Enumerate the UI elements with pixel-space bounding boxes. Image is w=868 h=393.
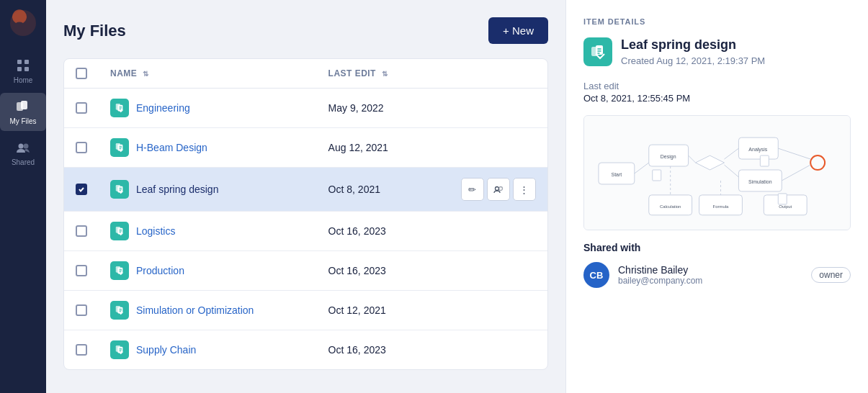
file-name: Leaf spring design — [136, 184, 218, 195]
item-created: Created Aug 12, 2021, 2:19:37 PM — [621, 55, 765, 66]
table-row[interactable]: Production Oct 16, 2023 — [64, 251, 547, 291]
item-icon-large — [583, 37, 612, 66]
new-button[interactable]: + New — [488, 17, 548, 44]
item-details-label: ITEM DETAILS — [583, 17, 851, 26]
svg-rect-53 — [760, 155, 769, 166]
file-name: Simulation or Optimization — [136, 304, 254, 316]
more-button[interactable]: ⋮ — [513, 178, 536, 201]
edit-button[interactable]: ✏ — [461, 178, 484, 201]
row-checkbox-cell — [64, 128, 99, 168]
diagram-preview: Start Design Analysis Simulation Calcula… — [583, 115, 851, 230]
select-all-checkbox[interactable] — [76, 68, 87, 79]
table-row[interactable]: Leaf spring design Oct 8, 2021 ✏ ⋮ — [64, 168, 547, 212]
row-checkbox-cell — [64, 168, 99, 212]
svg-rect-3 — [17, 67, 22, 71]
sidebar: Home My Files Shared — [0, 0, 46, 393]
last-edit-label: Last edit — [583, 81, 851, 91]
svg-rect-2 — [24, 60, 29, 64]
sidebar-item-shared[interactable]: Shared — [0, 134, 46, 172]
row-name-cell: Leaf spring design — [99, 168, 317, 212]
file-table: NAME ⇅ LAST EDIT ⇅ — [64, 59, 547, 369]
file-name: Production — [136, 265, 184, 276]
row-actions — [449, 330, 547, 370]
svg-rect-52 — [653, 170, 661, 181]
row-checkbox-cell — [64, 291, 99, 330]
main-content: My Files + New NAME ⇅ LAST EDIT ⇅ — [46, 0, 565, 393]
file-name: H-Beam Design — [136, 142, 207, 153]
file-table-container: NAME ⇅ LAST EDIT ⇅ — [63, 58, 548, 370]
file-icon — [110, 340, 129, 359]
row-actions — [449, 212, 547, 251]
select-all-header — [64, 59, 99, 89]
row-actions — [449, 89, 547, 128]
row-edit-date: May 9, 2022 — [317, 89, 449, 128]
row-checkbox[interactable] — [76, 102, 87, 114]
row-name-cell: Simulation or Optimization — [99, 291, 317, 330]
details-panel: ITEM DETAILS Leaf spring design Created … — [565, 0, 868, 393]
row-actions — [449, 251, 547, 291]
app-logo — [9, 9, 37, 37]
row-checkbox[interactable] — [76, 225, 87, 237]
svg-point-7 — [19, 144, 24, 149]
share-button[interactable] — [487, 178, 510, 201]
sidebar-item-home[interactable]: Home — [0, 52, 46, 90]
file-name: Logistics — [136, 225, 175, 237]
table-row[interactable]: Supply Chain Oct 16, 2023 — [64, 330, 547, 370]
svg-rect-54 — [778, 194, 787, 204]
row-actions — [449, 291, 547, 330]
file-icon — [110, 99, 129, 117]
row-actions: ✏ ⋮ — [449, 168, 547, 212]
sidebar-item-label: Home — [14, 76, 33, 84]
file-name: Supply Chain — [136, 344, 196, 356]
last-edit-section: Last edit Oct 8, 2021, 12:55:45 PM — [583, 81, 851, 104]
row-actions — [449, 128, 547, 168]
svg-point-8 — [24, 144, 29, 149]
svg-text:Calculation: Calculation — [660, 204, 681, 209]
row-edit-date: Oct 8, 2021 — [317, 168, 449, 212]
svg-rect-4 — [24, 67, 29, 71]
table-row[interactable]: Logistics Oct 16, 2023 — [64, 212, 547, 251]
svg-text:Design: Design — [661, 154, 676, 160]
main-header: My Files + New — [63, 17, 548, 44]
svg-text:Formula: Formula — [713, 204, 730, 209]
sidebar-item-my-files[interactable]: My Files — [0, 93, 46, 131]
row-name-cell: Engineering — [99, 89, 317, 128]
row-checkbox-cell — [64, 89, 99, 128]
file-icon — [110, 222, 129, 240]
svg-text:Output: Output — [779, 204, 792, 209]
table-row[interactable]: Simulation or Optimization Oct 12, 2021 — [64, 291, 547, 330]
page-title: My Files — [63, 22, 126, 40]
row-checkbox[interactable] — [76, 265, 87, 276]
row-checkbox[interactable] — [76, 142, 87, 153]
last-edit-column-header[interactable]: LAST EDIT ⇅ — [317, 59, 449, 89]
item-header: Leaf spring design Created Aug 12, 2021,… — [583, 37, 851, 66]
row-checkbox[interactable] — [76, 344, 87, 356]
sidebar-item-label: Shared — [12, 158, 35, 166]
row-name-cell: H-Beam Design — [99, 128, 317, 168]
row-checkbox[interactable] — [76, 184, 87, 195]
row-checkbox-cell — [64, 330, 99, 370]
user-email: bailey@company.com — [618, 276, 802, 286]
row-checkbox-cell — [64, 212, 99, 251]
user-avatar: CB — [583, 262, 609, 288]
actions-column-header — [449, 59, 547, 89]
name-column-header[interactable]: NAME ⇅ — [99, 59, 317, 89]
user-info: Christine Bailey bailey@company.com — [618, 264, 802, 286]
row-edit-date: Aug 12, 2021 — [317, 128, 449, 168]
svg-text:Start: Start — [612, 172, 622, 177]
owner-badge: owner — [811, 267, 851, 283]
row-checkbox[interactable] — [76, 304, 87, 316]
row-name-cell: Supply Chain — [99, 330, 317, 370]
table-row[interactable]: Engineering May 9, 2022 — [64, 89, 547, 128]
row-name-cell: Logistics — [99, 212, 317, 251]
file-name: Engineering — [136, 102, 190, 114]
item-info: Leaf spring design Created Aug 12, 2021,… — [621, 37, 765, 66]
sidebar-item-label: My Files — [9, 117, 36, 125]
last-edit-value: Oct 8, 2021, 12:55:45 PM — [583, 93, 851, 104]
svg-rect-1 — [17, 60, 22, 64]
edit-sort-icon: ⇅ — [382, 70, 388, 78]
svg-rect-6 — [21, 101, 27, 109]
shared-icon — [15, 140, 31, 155]
table-row[interactable]: H-Beam Design Aug 12, 2021 — [64, 128, 547, 168]
row-edit-date: Oct 16, 2023 — [317, 330, 449, 370]
